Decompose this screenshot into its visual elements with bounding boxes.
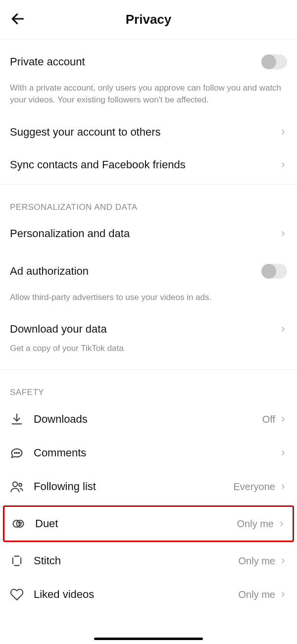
- safety-comments-row[interactable]: Comments: [0, 436, 297, 470]
- ad-authorization-toggle[interactable]: [261, 264, 287, 279]
- svg-point-10: [21, 523, 22, 524]
- section-header-personalization: PERSONALIZATION AND DATA: [0, 188, 297, 217]
- chevron-right-icon: [279, 161, 287, 169]
- sync-contacts-label: Sync contacts and Facebook friends: [10, 158, 279, 171]
- svg-point-4: [18, 452, 19, 453]
- toggle-knob: [261, 54, 276, 69]
- personalization-row[interactable]: Personalization and data: [0, 217, 297, 250]
- toggle-knob: [261, 264, 276, 279]
- arrow-left-icon: [10, 11, 26, 27]
- comment-icon: [10, 446, 24, 460]
- safety-downloads-row[interactable]: Downloads Off: [0, 402, 297, 436]
- divider: [0, 184, 297, 185]
- safety-following-value: Everyone: [234, 481, 276, 493]
- chevron-right-icon: [279, 230, 287, 238]
- private-account-desc: With a private account, only users you a…: [0, 82, 297, 112]
- safety-stitch-label: Stitch: [34, 554, 61, 567]
- content: Private account With a private account, …: [0, 40, 297, 611]
- ad-authorization-row: Ad authorization: [0, 250, 297, 289]
- heart-icon: [10, 588, 24, 601]
- svg-point-5: [13, 482, 17, 487]
- safety-downloads-label: Downloads: [34, 413, 88, 426]
- safety-following-label: Following list: [34, 480, 96, 493]
- privacy-settings-screen: Privacy Private account With a private a…: [0, 0, 297, 644]
- svg-point-3: [16, 452, 17, 453]
- private-account-toggle[interactable]: [261, 54, 287, 69]
- duet-highlight: Duet Only me: [3, 505, 294, 542]
- safety-comments-label: Comments: [34, 446, 86, 459]
- svg-point-2: [14, 452, 15, 453]
- chevron-right-icon: [279, 128, 287, 136]
- download-data-desc: Get a copy of your TikTok data: [0, 343, 297, 360]
- safety-following-row[interactable]: Following list Everyone: [0, 470, 297, 503]
- chevron-right-icon: [279, 483, 287, 491]
- section-header-safety: SAFETY: [0, 373, 297, 402]
- duet-icon: [11, 517, 25, 531]
- chevron-right-icon: [279, 557, 287, 565]
- private-account-label: Private account: [10, 55, 261, 68]
- sync-contacts-row[interactable]: Sync contacts and Facebook friends: [0, 149, 297, 181]
- back-button[interactable]: [10, 11, 26, 29]
- chevron-right-icon: [279, 449, 287, 457]
- suggest-account-row[interactable]: Suggest your account to others: [0, 112, 297, 149]
- people-icon: [10, 480, 24, 494]
- suggest-account-label: Suggest your account to others: [10, 126, 279, 139]
- page-title: Privacy: [126, 12, 172, 27]
- safety-liked-value: Only me: [239, 589, 275, 600]
- download-icon: [10, 412, 24, 426]
- safety-liked-label: Liked videos: [34, 588, 94, 601]
- download-data-row[interactable]: Download your data: [0, 309, 297, 340]
- chevron-right-icon: [279, 415, 287, 423]
- chevron-right-icon: [279, 325, 287, 333]
- home-indicator[interactable]: [94, 638, 203, 640]
- private-account-row: Private account: [0, 45, 297, 79]
- chevron-right-icon: [278, 520, 286, 528]
- safety-duet-value: Only me: [237, 518, 274, 530]
- safety-stitch-row[interactable]: Stitch Only me: [0, 544, 297, 578]
- svg-point-6: [19, 484, 22, 487]
- ad-authorization-desc: Allow third-party advertisers to use you…: [0, 292, 297, 309]
- personalization-label: Personalization and data: [10, 227, 279, 240]
- safety-duet-label: Duet: [35, 517, 58, 530]
- safety-downloads-value: Off: [262, 414, 275, 425]
- safety-stitch-value: Only me: [239, 555, 275, 567]
- stitch-icon: [10, 554, 24, 568]
- safety-duet-row[interactable]: Duet Only me: [4, 507, 293, 541]
- divider: [0, 369, 297, 370]
- chevron-right-icon: [279, 591, 287, 598]
- header: Privacy: [0, 0, 297, 40]
- download-data-label: Download your data: [10, 323, 279, 336]
- ad-authorization-label: Ad authorization: [10, 265, 261, 278]
- svg-point-9: [18, 523, 19, 524]
- safety-liked-row[interactable]: Liked videos Only me: [0, 578, 297, 611]
